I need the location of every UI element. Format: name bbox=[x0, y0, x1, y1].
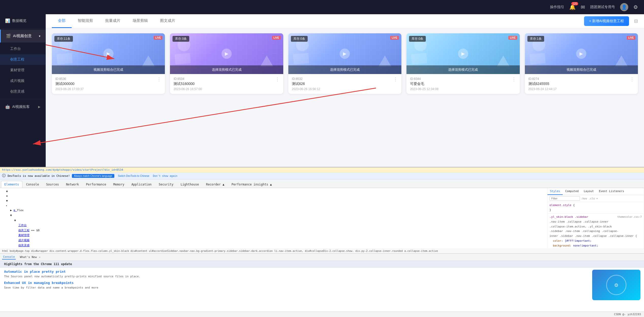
dom-line: ▼ bbox=[2, 218, 545, 223]
styles-tab[interactable]: Computed bbox=[563, 188, 581, 195]
devtools-tab[interactable]: Performance insights ▲ bbox=[228, 181, 275, 188]
card-item[interactable]: LIVE ▶ 库存:0条 选择混剪模式已完成 ID:8344 可爱金毛 ⋮ 20… bbox=[406, 33, 520, 94]
card-item[interactable]: LIVE ▶ 库存:1条 视频混剪组合已完成 ID:8274 测试6245555… bbox=[525, 33, 638, 94]
top-header: 操作指引 🔔 125 ✉ 团团测试专用号 👤 ⚙ bbox=[0, 0, 644, 14]
card-thumbnail: LIVE ▶ 库存:11条 视频混剪组合已完成 bbox=[52, 33, 165, 74]
card-status: 选择混剪模式已完成 bbox=[288, 65, 401, 74]
stock-badge: 库存:0条 bbox=[172, 36, 189, 42]
devtools-tab[interactable]: Performance bbox=[83, 181, 109, 188]
devtools-tab[interactable]: Memory bbox=[110, 181, 128, 188]
devtools-tab[interactable]: Recorder ▲ bbox=[203, 181, 228, 188]
ai-video-label: AI视频创意 bbox=[13, 34, 32, 38]
tab-batch-clips[interactable]: 批量成片 bbox=[99, 14, 127, 28]
status-bar: CSDN @- yzh32193 bbox=[0, 311, 644, 317]
section-divider bbox=[0, 28, 45, 28]
tab-graphic-clips[interactable]: 图文成片 bbox=[154, 14, 181, 28]
filter-button[interactable]: ⊟ bbox=[634, 18, 638, 24]
submenu-creative-project[interactable]: 创意工程 bbox=[0, 54, 45, 65]
card-item[interactable]: LIVE ▶ 库存:0条 选择混剪模式已完成 ID:8532 测试626 ⋮ 2… bbox=[288, 33, 401, 94]
card-date: 2023-06-25 12:34:08 bbox=[410, 87, 516, 91]
devtools-panel: https://suu.yunluohuodong.com/dydptshopp… bbox=[0, 167, 644, 317]
card-body: ID:8532 测试626 ⋮ 2023-06-26 16:56:12 bbox=[288, 74, 401, 94]
submenu-workbench[interactable]: 工作台 bbox=[0, 44, 45, 54]
new-project-button[interactable]: + 新增AI视频创意工程 bbox=[584, 16, 629, 26]
whatsnew-item1-text: The Sources panel now automatically pret… bbox=[4, 275, 584, 279]
devtools-tab[interactable]: Security bbox=[155, 181, 177, 188]
devtools-tab[interactable]: Elements bbox=[1, 181, 22, 188]
notification-bell[interactable]: 🔔 125 bbox=[569, 4, 576, 10]
match-language-button[interactable]: Always match Chrome's language bbox=[72, 174, 114, 178]
card-date: 2023-06-24 12:44:17 bbox=[528, 87, 634, 91]
thumb-triangle bbox=[260, 55, 273, 66]
card-more-button[interactable]: ⋮ bbox=[630, 77, 634, 82]
stock-badge: 库存:0条 bbox=[409, 36, 426, 42]
card-title: 测试5160000 bbox=[174, 82, 195, 86]
styles-filter-input[interactable] bbox=[549, 196, 580, 201]
switch-devtools-button[interactable]: Switch DevTools to Chinese bbox=[116, 174, 151, 178]
devtools-dom[interactable]: ▼ ≡ ▼ ▶ ≡ flex▼ ▼ 工作台 创意工程 == $0 素材管理 成片… bbox=[0, 188, 547, 249]
console-tab[interactable]: Console bbox=[2, 255, 16, 260]
dom-line: 成片视频 bbox=[2, 238, 545, 243]
ai-extension-icon: 🤖 bbox=[5, 104, 10, 109]
styles-tab[interactable]: Styles bbox=[547, 188, 563, 195]
devtools-tab[interactable]: Network bbox=[63, 181, 82, 188]
show-cls-toggle[interactable]: :hov .cls + bbox=[581, 197, 598, 200]
card-status: 视频混剪组合已完成 bbox=[525, 65, 638, 74]
whatsnew-item2-text: Save time by filter data and name a brea… bbox=[4, 286, 584, 290]
sidebar-item-data-overview[interactable]: 📊 数据概览 bbox=[0, 14, 45, 27]
devtools-notif-text: DevTools is now available in Chinese! bbox=[8, 174, 70, 178]
submenu-material-mgmt[interactable]: 素材管理 bbox=[0, 65, 45, 76]
thumb-triangle bbox=[379, 55, 391, 66]
close-whatsnew-icon[interactable]: ✕ bbox=[39, 256, 40, 258]
styles-element-section: element.style { } bbox=[547, 202, 644, 214]
tab-smart-mix[interactable]: 智能混剪 bbox=[72, 14, 99, 28]
sidebar-item-ai-extension[interactable]: 🤖 AI视频拓客 ▶ bbox=[0, 100, 45, 113]
mail-icon[interactable]: ✉ bbox=[581, 4, 585, 10]
dom-line: 工作台 bbox=[2, 223, 545, 228]
devtools-tab[interactable]: Sources bbox=[43, 181, 62, 188]
whatsnew-tab[interactable]: What's New ✕ bbox=[19, 255, 41, 259]
card-more-button[interactable]: ⋮ bbox=[275, 77, 280, 82]
devtools-tab[interactable]: Console bbox=[23, 181, 42, 188]
live-badge: LIVE bbox=[272, 36, 281, 40]
sidebar-item-ai-video[interactable]: 🎬 AI视频创意 ▾ bbox=[0, 30, 45, 42]
chevron-down-icon: ▾ bbox=[39, 34, 40, 38]
styles-theme-section-1: .yl_skin-black .sidebar themecolor.css:7… bbox=[547, 214, 644, 249]
guide-label: 操作指引 bbox=[550, 5, 564, 9]
devtools-tab[interactable]: Application bbox=[128, 181, 155, 188]
submenu-finished-video[interactable]: 成片视频 bbox=[0, 76, 45, 86]
guide-link[interactable]: 操作指引 bbox=[550, 5, 564, 9]
styles-tab[interactable]: Event Listeners bbox=[596, 188, 626, 195]
filter-icon: ⊟ bbox=[634, 19, 638, 24]
card-date: 2023-06-26 17:03:37 bbox=[55, 87, 161, 91]
section-divider-2 bbox=[0, 99, 45, 99]
card-id: ID:8344 bbox=[410, 77, 424, 81]
card-id: ID:8536 bbox=[55, 77, 74, 81]
notification-badge: 125 bbox=[571, 2, 578, 5]
element-style-rule: element.style { } bbox=[547, 202, 644, 213]
whatsnew-item1-title: Automatic in place pretty print bbox=[4, 270, 584, 273]
card-more-button[interactable]: ⋮ bbox=[512, 77, 516, 82]
settings-icon[interactable]: ⚙ bbox=[633, 4, 638, 10]
breadcrumb-text: html body#page-top div#wrapper div.conte… bbox=[2, 250, 438, 252]
dom-line: ▼ ≡ bbox=[2, 189, 545, 198]
dom-line: 创意灵感 bbox=[2, 243, 545, 248]
styles-tab[interactable]: Layout bbox=[581, 188, 596, 195]
tab-scene-edit[interactable]: 场景剪辑 bbox=[127, 14, 154, 28]
card-title: 测试6245555 bbox=[528, 82, 549, 86]
thumb-rect bbox=[529, 53, 545, 64]
card-item[interactable]: LIVE ▶ 库存:0条 选择混剪模式已完成 ID:8534 测试5160000… bbox=[170, 33, 283, 94]
submenu-creative-inspiration[interactable]: 创意灵感 bbox=[0, 86, 45, 97]
dom-line: ▼ bbox=[2, 213, 545, 218]
card-more-button[interactable]: ⋮ bbox=[393, 77, 398, 82]
devtools-console-bar: Console What's New ✕ bbox=[0, 253, 644, 261]
whatsnew-highlight-label: Highlights from the Chrome 111 update bbox=[4, 262, 72, 266]
dom-line: ▶ ≡ flex bbox=[2, 208, 545, 213]
tab-all[interactable]: 全部 bbox=[52, 14, 72, 28]
devtools-body: ▼ ≡ ▼ ▶ ≡ flex▼ ▼ 工作台 创意工程 == $0 素材管理 成片… bbox=[0, 188, 644, 249]
card-item[interactable]: LIVE ▶ 库存:11条 视频混剪组合已完成 ID:8536 测试000000… bbox=[52, 33, 165, 94]
avatar[interactable]: 👤 bbox=[620, 3, 628, 11]
devtools-tab[interactable]: Lighthouse bbox=[177, 181, 202, 188]
dismiss-link[interactable]: Don't show again bbox=[153, 175, 177, 177]
card-more-button[interactable]: ⋮ bbox=[157, 77, 161, 82]
